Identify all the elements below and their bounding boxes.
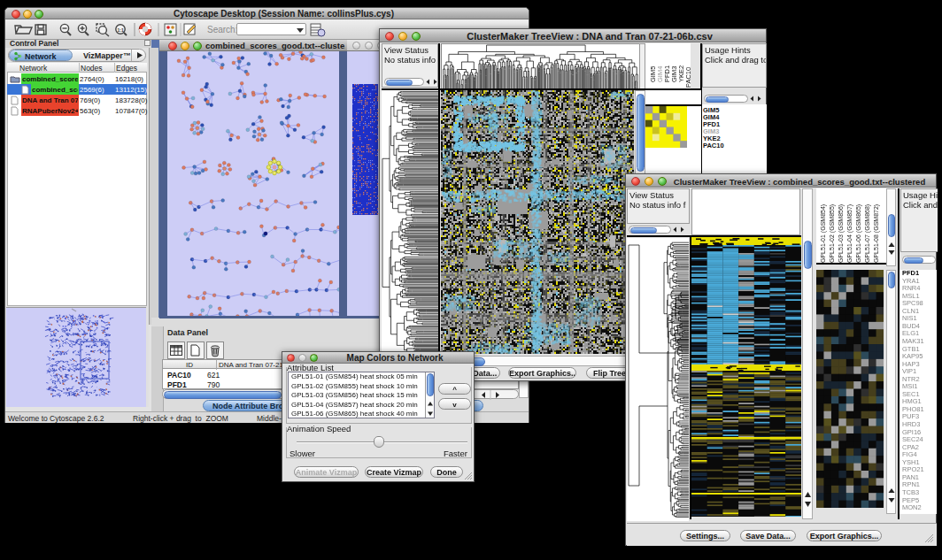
svg-text:1:1: 1:1 — [118, 27, 124, 33]
